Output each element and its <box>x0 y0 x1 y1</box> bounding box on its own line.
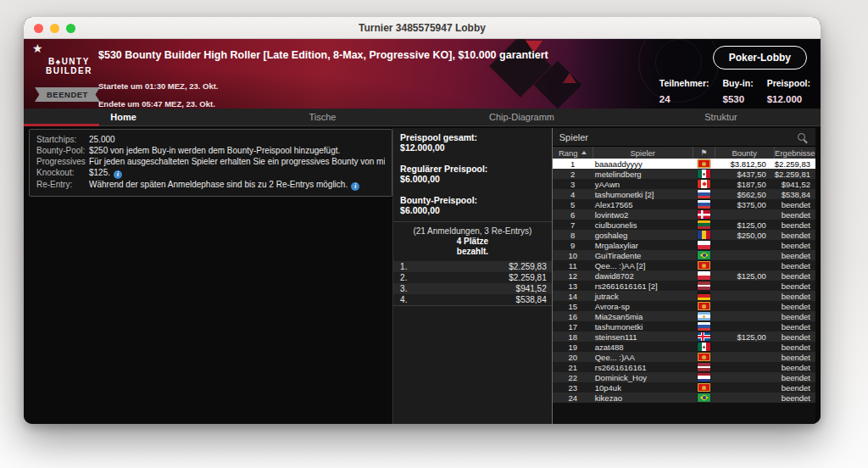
country-flag-icon <box>698 159 710 168</box>
player-bounty: $187,50 <box>715 180 775 189</box>
player-result: $2.259,81 <box>775 170 815 179</box>
table-row[interactable]: 9 Mrgalaxyliar beendet <box>553 240 815 250</box>
minimize-window-button[interactable] <box>50 24 59 33</box>
payout-row[interactable]: 1. $2.259,83 <box>393 261 552 272</box>
info-row-value: $125.i <box>89 167 385 179</box>
column-header-player[interactable]: Spieler <box>593 147 693 159</box>
paid-line: bezahlt. <box>393 247 552 257</box>
zoom-window-button[interactable] <box>66 24 75 33</box>
player-rank: 23 <box>553 383 593 393</box>
table-row[interactable]: 19 azat488 beendet <box>553 342 815 352</box>
player-rank: 19 <box>553 343 593 352</box>
close-window-button[interactable] <box>34 24 43 33</box>
table-row[interactable]: 16 Mia2san5mia beendet <box>553 311 815 321</box>
table-row[interactable]: 20 Qee... :)AA beendet <box>553 352 815 362</box>
player-result: beendet <box>775 281 815 291</box>
player-bounty: $125,00 <box>715 332 775 342</box>
player-bounty: $375,00 <box>715 200 775 209</box>
table-row[interactable]: 15 Avrora-sp beendet <box>553 301 815 311</box>
player-result: beendet <box>775 363 815 372</box>
player-result: beendet <box>775 332 815 342</box>
column-header-bounty[interactable]: Bounty <box>715 147 775 159</box>
payout-row[interactable]: 4. $538,84 <box>393 294 552 305</box>
search-icon[interactable] <box>798 133 805 141</box>
player-flag-cell <box>693 302 715 310</box>
active-tab-underline <box>24 124 99 126</box>
player-flag-cell <box>693 200 715 209</box>
column-header-rank[interactable]: Rang <box>553 147 593 159</box>
table-row[interactable]: 2 metelindberg $437,50 $2.259,81 <box>553 169 815 179</box>
player-result: beendet <box>775 241 815 250</box>
payout-row[interactable]: 3. $941,52 <box>393 283 552 294</box>
table-row[interactable]: 4 tashumonetki [2] $562,50 $538,84 <box>553 189 815 199</box>
payout-place: 2. <box>400 272 407 283</box>
player-flag-cell <box>693 271 715 280</box>
player-name: goshaleg <box>593 231 693 240</box>
player-rank: 11 <box>553 261 593 270</box>
player-result: $2.259,83 <box>775 159 815 169</box>
player-flag-cell <box>693 312 715 320</box>
player-name: baaaaddyyyy <box>593 159 693 169</box>
player-name: tashumonetki <box>593 322 693 332</box>
player-name: rs2661616161 <box>593 363 693 372</box>
info-row-value: 25.000i <box>89 134 385 145</box>
table-row[interactable]: 22 Dominick_Hoy beendet <box>553 372 815 382</box>
table-row[interactable]: 7 ciulbuonelis $125,00 beendet <box>553 220 815 230</box>
player-name: rs2661616161 [2] <box>593 281 693 291</box>
country-flag-icon <box>698 251 710 259</box>
column-header-results[interactable]: Ergebnisse <box>775 147 815 159</box>
table-row[interactable]: 8 goshaleg $250,00 beendet <box>553 230 815 240</box>
tab[interactable]: Chip-Diagramm <box>422 109 621 125</box>
player-flag-cell <box>693 373 715 382</box>
table-row[interactable]: 3 yAAwn $187,50 $941,52 <box>553 179 815 189</box>
player-flag-cell <box>693 383 715 392</box>
country-flag-icon <box>698 383 710 392</box>
table-row[interactable]: 24 kikezao beendet <box>553 393 815 403</box>
table-row[interactable]: 13 rs2661616161 [2] beendet <box>553 281 815 291</box>
player-name: 10p4uk <box>593 383 693 393</box>
tab[interactable]: Home <box>24 109 223 125</box>
player-result: beendet <box>775 200 815 209</box>
table-row[interactable]: 6 lovintwo2 beendet <box>553 209 815 220</box>
player-rank: 22 <box>553 373 593 382</box>
table-row[interactable]: 17 tashumonetki beendet <box>553 321 815 332</box>
lobby-content: Startchips: 25.000i Bounty-Pool: $250 vo… <box>24 126 821 424</box>
player-name: metelindberg <box>593 170 693 179</box>
country-flag-icon <box>698 190 710 198</box>
player-name: jutrack <box>593 292 693 301</box>
info-row-value: $250 von jedem Buy-in werden dem Bounty-… <box>89 145 385 156</box>
tab[interactable]: Struktur <box>621 109 821 125</box>
player-rank: 15 <box>553 302 593 311</box>
table-row[interactable]: 11 Qee... :)AA [2] beendet <box>553 260 815 270</box>
player-flag-cell <box>693 210 715 219</box>
info-icon[interactable]: i <box>114 170 122 179</box>
player-name: Mrgalaxyliar <box>593 241 693 250</box>
table-row[interactable]: 18 steinsen111 $125,00 beendet <box>553 332 815 342</box>
payout-row[interactable]: 2. $2.259,81 <box>393 272 552 283</box>
country-flag-icon <box>698 281 710 290</box>
player-rank: 7 <box>553 220 593 230</box>
info-icon[interactable]: i <box>351 182 359 191</box>
prizepool-regular-value: $6.000,00 <box>400 174 545 184</box>
player-flag-cell <box>693 180 715 188</box>
table-row[interactable]: 23 10p4uk beendet <box>553 382 815 393</box>
tab[interactable]: Tische <box>223 109 422 125</box>
info-row-value: Für jeden ausgeschalteten Spieler erhalt… <box>89 156 385 167</box>
table-row[interactable]: 10 GuiTiradente beendet <box>553 250 815 260</box>
table-row[interactable]: 12 dawid8702 $125,00 beendet <box>553 270 815 281</box>
country-flag-icon <box>698 302 710 310</box>
player-rank: 12 <box>553 271 593 281</box>
player-name: lovintwo2 <box>593 210 693 220</box>
table-row[interactable]: 14 jutrack beendet <box>553 291 815 301</box>
player-result: beendet <box>775 210 815 220</box>
entries-line: (21 Anmeldungen, 3 Re-Entrys) <box>393 226 552 237</box>
poker-lobby-button[interactable]: Poker-Lobby <box>713 46 807 70</box>
table-row[interactable]: 5 Alex17565 $375,00 beendet <box>553 199 815 209</box>
favorite-star-icon[interactable]: ★ <box>32 42 43 55</box>
info-row-label: Startchips: <box>36 134 86 145</box>
country-flag-icon <box>698 180 710 188</box>
table-row[interactable]: 1 baaaaddyyyy $3.812,50 $2.259,83 <box>553 159 815 169</box>
table-row[interactable]: 21 rs2661616161 beendet <box>553 362 815 372</box>
column-header-flag[interactable]: ⚑ <box>693 147 715 159</box>
player-rank: 3 <box>553 180 593 189</box>
